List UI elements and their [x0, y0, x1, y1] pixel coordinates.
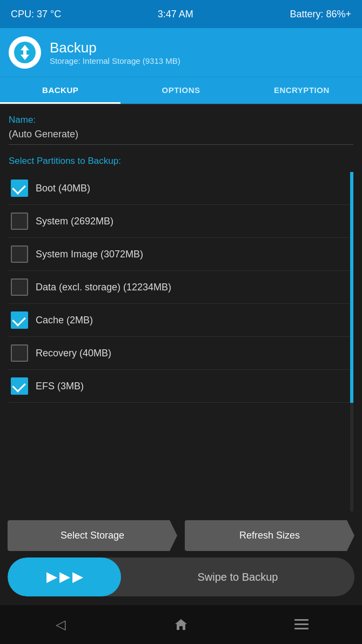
tabs-bar: BACKUP OPTIONS ENCRYPTION — [0, 77, 362, 104]
checkbox-cache[interactable] — [11, 311, 28, 329]
partition-item-system-image[interactable]: System Image (3072MB) — [9, 238, 353, 271]
partition-name-cache: Cache (2MB) — [36, 315, 93, 326]
checkbox-boot[interactable] — [11, 180, 28, 197]
partitions-label: Select Partitions to Backup: — [9, 156, 353, 167]
partition-item-boot[interactable]: Boot (40MB) — [9, 172, 353, 205]
app-title: Backup — [50, 39, 180, 56]
partition-item-recovery[interactable]: Recovery (40MB) — [9, 337, 353, 370]
storage-info: Storage: Internal Storage (9313 MB) — [50, 56, 180, 65]
tab-backup[interactable]: BACKUP — [0, 77, 120, 104]
header: Backup Storage: Internal Storage (9313 M… — [0, 28, 362, 77]
checkbox-recovery[interactable] — [11, 344, 28, 362]
checkbox-data[interactable] — [11, 278, 28, 296]
svg-rect-3 — [294, 628, 309, 629]
name-value[interactable]: (Auto Generate) — [9, 129, 353, 145]
cpu-status: CPU: 37 °C — [11, 9, 61, 20]
back-button[interactable]: ◁ — [47, 611, 74, 638]
header-text: Backup Storage: Internal Storage (9313 M… — [50, 39, 180, 65]
swipe-text: Swipe to Backup — [121, 571, 354, 583]
checkbox-system[interactable] — [11, 213, 28, 230]
checkbox-efs[interactable] — [11, 377, 28, 395]
partition-name-boot: Boot (40MB) — [36, 183, 90, 194]
main-content: Name: (Auto Generate) Select Partitions … — [0, 105, 362, 605]
partition-name-data: Data (excl. storage) (12234MB) — [36, 282, 171, 293]
checkbox-system-image[interactable] — [11, 245, 28, 263]
arrow-icon-2: ▶ — [59, 569, 69, 585]
app-logo — [9, 36, 41, 69]
select-storage-button[interactable]: Select Storage — [8, 520, 177, 551]
scroll-thumb — [350, 172, 353, 403]
nav-bar: ◁ — [0, 605, 362, 644]
tab-options[interactable]: OPTIONS — [120, 77, 241, 104]
menu-button[interactable] — [288, 611, 315, 638]
name-label: Name: — [9, 115, 353, 125]
content-inner: Name: (Auto Generate) Select Partitions … — [0, 105, 362, 512]
logo-icon — [13, 41, 37, 64]
partition-name-recovery: Recovery (40MB) — [36, 348, 111, 359]
partition-item-cache[interactable]: Cache (2MB) — [9, 304, 353, 337]
scroll-indicator — [350, 172, 353, 512]
partition-name-system-image: System Image (3072MB) — [36, 249, 143, 260]
refresh-sizes-button[interactable]: Refresh Sizes — [185, 520, 354, 551]
battery-status: Battery: 86%+ — [290, 9, 351, 20]
home-icon — [174, 618, 188, 632]
svg-rect-2 — [294, 623, 309, 625]
arrow-icon-3: ▶ — [72, 569, 82, 585]
partition-list-wrapper: Boot (40MB) System (2692MB) System Image… — [9, 172, 353, 512]
partition-item-data[interactable]: Data (excl. storage) (12234MB) — [9, 271, 353, 304]
svg-rect-1 — [294, 619, 309, 621]
swipe-bar[interactable]: ▶ ▶ ▶ Swipe to Backup — [8, 557, 354, 596]
name-section: Name: (Auto Generate) — [9, 115, 353, 145]
arrow-icon-1: ▶ — [46, 569, 56, 585]
swipe-arrows-area: ▶ ▶ ▶ — [8, 557, 121, 596]
partition-list: Boot (40MB) System (2692MB) System Image… — [9, 172, 353, 512]
buttons-area: Select Storage Refresh Sizes — [0, 512, 362, 557]
partition-name-system: System (2692MB) — [36, 216, 113, 227]
time-status: 3:47 AM — [158, 9, 193, 20]
tab-encryption[interactable]: ENCRYPTION — [242, 77, 362, 104]
menu-icon — [294, 619, 309, 630]
home-button[interactable] — [167, 611, 195, 638]
partition-name-efs: EFS (3MB) — [36, 381, 84, 392]
status-bar: CPU: 37 °C 3:47 AM Battery: 86%+ — [0, 0, 362, 28]
partition-item-system[interactable]: System (2692MB) — [9, 205, 353, 238]
partition-item-efs[interactable]: EFS (3MB) — [9, 370, 353, 403]
